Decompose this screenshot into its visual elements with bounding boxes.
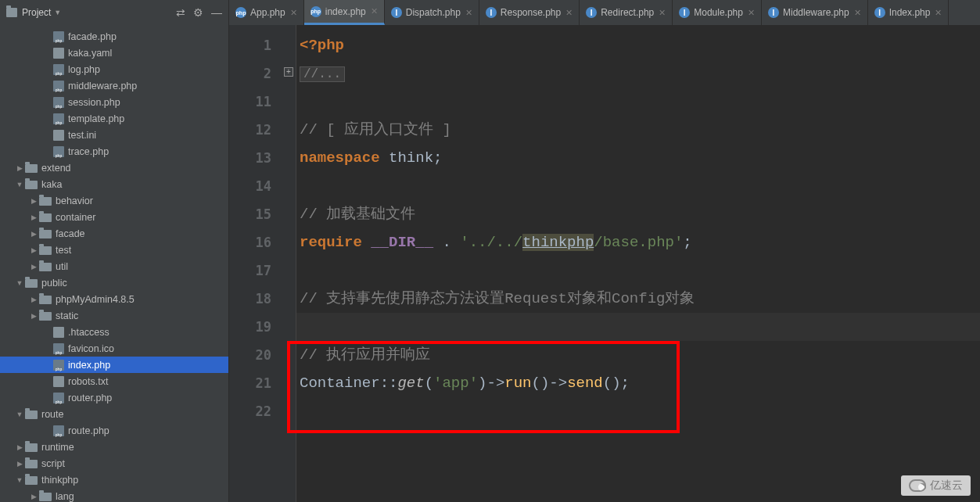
- tree-item-index-php[interactable]: index.php: [0, 357, 228, 373]
- collapse-icon[interactable]: ⇄: [176, 6, 185, 19]
- fold-expand-icon[interactable]: +: [284, 67, 293, 77]
- tree-item-kaka-yaml[interactable]: kaka.yaml: [0, 45, 228, 61]
- close-icon[interactable]: ✕: [659, 8, 666, 18]
- expand-arrow-icon[interactable]: ▶: [28, 246, 39, 254]
- line-number: 17: [229, 256, 271, 285]
- line-gutter: 12111213141516171819202122: [229, 25, 285, 502]
- expand-arrow-icon[interactable]: ▶: [14, 164, 25, 172]
- php-icon: [53, 113, 64, 124]
- tree-item-middleware-php[interactable]: middleware.php: [0, 77, 228, 94]
- tree-item-label: favicon.ico: [68, 343, 114, 354]
- tab-index-php[interactable]: phpindex.php✕: [304, 0, 385, 25]
- close-icon[interactable]: ✕: [565, 8, 573, 18]
- php-icon: [53, 64, 64, 75]
- tree-item-container[interactable]: ▶container: [0, 209, 228, 225]
- comment: // [ 应用入口文件 ]: [300, 121, 451, 138]
- expand-arrow-icon[interactable]: ▶: [28, 263, 39, 271]
- line-number: 2: [229, 59, 271, 88]
- tree-item-template-php[interactable]: template.php: [0, 110, 228, 127]
- tree-item-robots-txt[interactable]: robots.txt: [0, 373, 228, 389]
- tree-item-test[interactable]: ▶test: [0, 242, 228, 258]
- tree-item-kaka[interactable]: ▼kaka: [0, 176, 228, 192]
- code-editor[interactable]: 12111213141516171819202122 + <?php //...…: [229, 25, 980, 502]
- interface-icon: I: [768, 7, 779, 18]
- tree-item-label: facade: [56, 228, 85, 239]
- tab-label: Redirect.php: [601, 7, 654, 18]
- tree-item-label: test: [56, 245, 71, 256]
- expand-arrow-icon[interactable]: ▶: [28, 197, 39, 205]
- folder-icon: [25, 443, 38, 452]
- tree-item-label: thinkphp: [41, 475, 78, 486]
- tree-item-public[interactable]: ▼public: [0, 274, 228, 291]
- expand-arrow-icon[interactable]: ▶: [14, 443, 25, 451]
- expand-arrow-icon[interactable]: ▼: [14, 411, 25, 418]
- tab-Middleware-php[interactable]: IMiddleware.php✕: [762, 0, 868, 25]
- expand-arrow-icon[interactable]: ▶: [28, 312, 39, 320]
- line-number: 11: [229, 88, 271, 116]
- expand-arrow-icon[interactable]: ▶: [14, 460, 25, 468]
- tree-item-facade-php[interactable]: facade.php: [0, 28, 228, 45]
- expand-arrow-icon[interactable]: ▼: [14, 279, 25, 287]
- tree-item-facade[interactable]: ▶facade: [0, 225, 228, 242]
- close-icon[interactable]: ✕: [935, 8, 942, 18]
- tree-item-behavior[interactable]: ▶behavior: [0, 192, 228, 209]
- expand-arrow-icon[interactable]: ▶: [28, 230, 39, 238]
- tree-item-label: route: [41, 409, 64, 420]
- tree-item-route-php[interactable]: route.php: [0, 422, 228, 439]
- thinkphp-link[interactable]: thinkphp: [522, 234, 594, 251]
- tab-Index-php[interactable]: IIndex.php✕: [868, 0, 949, 25]
- close-icon[interactable]: ✕: [465, 8, 472, 18]
- close-icon[interactable]: ✕: [371, 6, 378, 16]
- project-tree: facade.phpkaka.yamllog.phpmiddleware.php…: [0, 25, 229, 502]
- tree-item-util[interactable]: ▶util: [0, 258, 228, 274]
- folded-block[interactable]: //...: [300, 66, 345, 82]
- tree-item--htaccess[interactable]: .htaccess: [0, 324, 228, 340]
- code-area[interactable]: <?php //... // [ 应用入口文件 ] namespace thin…: [296, 25, 980, 502]
- expand-arrow-icon[interactable]: ▶: [28, 213, 39, 221]
- interface-icon: I: [874, 7, 885, 18]
- tree-item-label: session.php: [68, 97, 120, 108]
- tree-item-route[interactable]: ▼route: [0, 406, 228, 422]
- folder-icon: [25, 164, 38, 173]
- tab-Dispatch-php[interactable]: IDispatch.php✕: [385, 0, 479, 25]
- tree-item-trace-php[interactable]: trace.php: [0, 143, 228, 160]
- tree-item-label: kaka: [41, 179, 62, 190]
- close-icon[interactable]: ✕: [854, 8, 861, 18]
- tree-item-extend[interactable]: ▶extend: [0, 160, 228, 176]
- expand-arrow-icon[interactable]: ▶: [28, 296, 39, 303]
- expand-arrow-icon[interactable]: ▼: [14, 181, 25, 188]
- tree-item-session-php[interactable]: session.php: [0, 94, 228, 110]
- expand-arrow-icon[interactable]: ▼: [14, 476, 25, 484]
- line-number: 1: [229, 31, 271, 59]
- tree-item-runtime[interactable]: ▶runtime: [0, 439, 228, 455]
- expand-arrow-icon[interactable]: ▶: [28, 493, 39, 500]
- tree-item-test-ini[interactable]: test.ini: [0, 127, 228, 143]
- close-icon[interactable]: ✕: [748, 8, 755, 18]
- project-dropdown-icon[interactable]: ▼: [54, 9, 61, 16]
- tree-item-label: test.ini: [68, 130, 96, 141]
- minimize-icon[interactable]: —: [211, 6, 222, 19]
- tab-Response-php[interactable]: IResponse.php✕: [479, 0, 580, 25]
- tab-App-php[interactable]: phpApp.php✕: [229, 0, 304, 25]
- fold-column: +: [285, 25, 296, 502]
- tree-item-log-php[interactable]: log.php: [0, 61, 228, 77]
- tree-item-router-php[interactable]: router.php: [0, 389, 228, 406]
- tree-item-lang[interactable]: ▶lang: [0, 488, 228, 502]
- tree-item-phpMyAdmin4-8-5[interactable]: ▶phpMyAdmin4.8.5: [0, 291, 228, 307]
- tree-item-favicon-ico[interactable]: favicon.ico: [0, 340, 228, 357]
- folder-icon: [39, 246, 52, 255]
- tree-item-script[interactable]: ▶script: [0, 455, 228, 472]
- tree-item-label: lang: [56, 491, 74, 502]
- line-number: 14: [229, 172, 271, 200]
- settings-icon[interactable]: ⚙: [193, 6, 203, 19]
- close-icon[interactable]: ✕: [290, 8, 297, 18]
- project-header[interactable]: Project ▼ ⇄ ⚙ —: [0, 0, 229, 25]
- line-number: 15: [229, 200, 271, 228]
- tab-Redirect-php[interactable]: IRedirect.php✕: [580, 0, 673, 25]
- keyword: require: [300, 234, 371, 251]
- comment: // 支持事先使用静态方法设置Request对象和Config对象: [300, 290, 695, 307]
- tab-Module-php[interactable]: IModule.php✕: [673, 0, 762, 25]
- tree-item-thinkphp[interactable]: ▼thinkphp: [0, 472, 228, 488]
- tree-item-label: trace.php: [68, 146, 109, 157]
- tree-item-static[interactable]: ▶static: [0, 307, 228, 324]
